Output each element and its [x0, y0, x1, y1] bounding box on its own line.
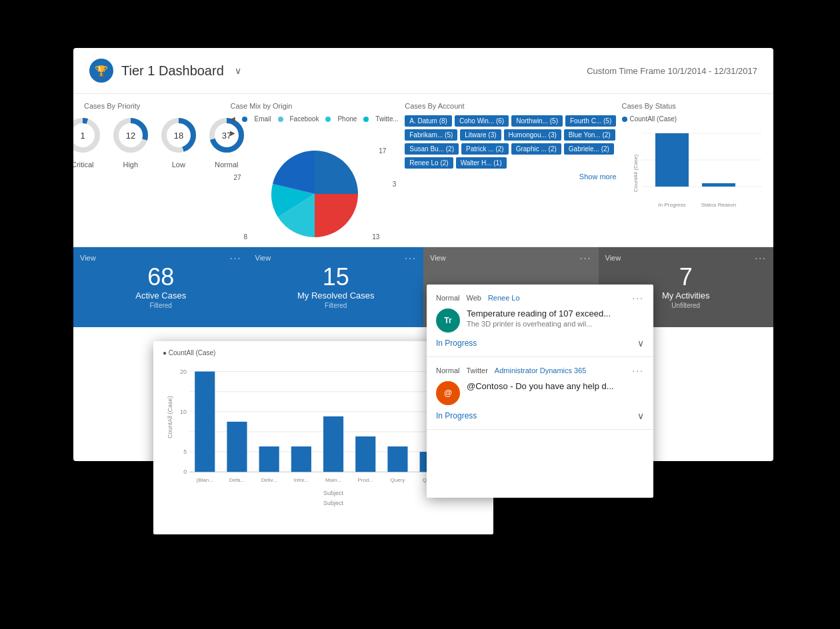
active-cases-subtitle: Filtered [150, 302, 172, 309]
queue-item-1-header: Normal Web Renee Lo ··· [436, 293, 644, 303]
svg-rect-35 [227, 422, 247, 472]
svg-text:5: 5 [183, 448, 187, 455]
legend-left-arrow-icon[interactable]: ◀ [230, 115, 235, 123]
pie-chart-svg [265, 144, 365, 244]
queue-view-label[interactable]: View [430, 254, 446, 262]
activities-view-label[interactable]: View [605, 254, 621, 262]
tag-4[interactable]: Fabrikam... (5) [405, 129, 457, 141]
queue-item-2-chevron-icon[interactable]: ∨ [637, 410, 644, 421]
queue-item-2-content: @ @Contoso - Do you have any help d... [436, 381, 644, 405]
donut-low-svg: 18 [159, 115, 199, 155]
tag-12[interactable]: Renee Lo (2) [405, 157, 453, 169]
tag-9[interactable]: Patrick ... (2) [461, 143, 509, 155]
svg-text:In Progress: In Progress [658, 202, 685, 208]
header-left: 🏆 Tier 1 Dashboard ∨ [89, 59, 241, 83]
logo-icon: 🏆 [89, 59, 113, 83]
account-chart-title: Cases By Account [405, 102, 616, 110]
tag-11[interactable]: Gabriele... (2) [564, 143, 614, 155]
donut-low: 18 Low [159, 115, 199, 169]
svg-rect-17 [655, 133, 689, 187]
status-legend-label: CountAll (Case) [630, 115, 677, 123]
tag-1[interactable]: Coho Win... (6) [455, 115, 509, 127]
pie-num-17: 17 [379, 147, 386, 155]
dropdown-arrow-icon[interactable]: ∨ [235, 65, 241, 76]
legend-right-arrow-icon[interactable]: ▶ [230, 129, 235, 137]
svg-text:Subject: Subject [323, 500, 344, 506]
queue-item-1-more[interactable]: ··· [632, 293, 644, 303]
donut-low-label: Low [172, 161, 185, 169]
tag-5[interactable]: Litware (3) [460, 129, 501, 141]
tag-3[interactable]: Fourth C... (5) [565, 115, 616, 127]
queue-card-header: View ··· [430, 253, 592, 263]
svg-rect-41 [323, 416, 343, 472]
status-legend-dot [622, 117, 627, 122]
show-more-link[interactable]: Show more [405, 173, 616, 181]
timeframe-label: Custom Time Frame 10/1/2014 - 12/31/2017 [587, 66, 757, 76]
queue-item-2-status-row: In Progress ∨ [436, 410, 644, 421]
resolved-cases-title: My Resolved Cases [297, 291, 375, 301]
svg-rect-43 [355, 436, 375, 472]
svg-text:12: 12 [126, 131, 135, 141]
pie-num-3: 3 [393, 181, 397, 188]
svg-rect-45 [387, 446, 407, 472]
queue-dots[interactable]: ··· [580, 253, 592, 263]
legend-facebook-label: Facebook [290, 115, 319, 123]
activities-title: My Activities [662, 291, 710, 301]
queue-item-1-channel: Web [466, 294, 481, 302]
resolved-cases-number: 15 [323, 265, 349, 289]
priority-chart-title: Cases By Priority [84, 102, 225, 110]
svg-text:Defa...: Defa... [229, 477, 245, 483]
queue-item-2-more[interactable]: ··· [632, 365, 644, 376]
activities-number: 7 [679, 265, 693, 289]
tag-0[interactable]: A. Datum (8) [405, 115, 452, 127]
svg-text:CountAll (Case): CountAll (Case) [167, 396, 173, 438]
queue-item-1-chevron-icon[interactable]: ∨ [637, 338, 644, 348]
metric-cards-row: View ··· 68 Active Cases Filtered View ·… [73, 247, 773, 327]
priority-chart-section: Cases By Priority 1 Critical [84, 102, 225, 239]
active-cases-title: Active Cases [135, 291, 186, 301]
tag-6[interactable]: Humongou... (3) [504, 129, 561, 141]
svg-text:Main...: Main... [325, 477, 341, 483]
status-bar-chart-wrapper: CountAll (Case) 50 0 In Progress [622, 127, 763, 220]
donut-critical-label: Critical [73, 161, 94, 169]
resolved-cases-subtitle: Filtered [325, 302, 347, 309]
queue-item-2-priority: Normal [436, 366, 459, 374]
queue-item-1-owner[interactable]: Renee Lo [488, 294, 520, 302]
active-cases-view-label[interactable]: View [80, 254, 96, 262]
queue-item-2-status[interactable]: In Progress [436, 411, 477, 420]
svg-text:18: 18 [174, 131, 183, 141]
queue-item-2-text: @Contoso - Do you have any help d... [467, 381, 644, 391]
legend-twitter-dot [363, 117, 369, 122]
queue-item-2-subject[interactable]: @Contoso - Do you have any help d... [467, 381, 644, 391]
svg-text:0: 0 [183, 468, 187, 475]
pie-legend: ◀ Email Facebook Phone Twitte... ▶ [230, 115, 399, 137]
resolved-cases-view-label[interactable]: View [255, 254, 271, 262]
resolved-cases-dots[interactable]: ··· [405, 253, 417, 263]
active-cases-dots[interactable]: ··· [230, 253, 242, 263]
active-cases-card: View ··· 68 Active Cases Filtered [73, 247, 249, 327]
account-chart-section: Cases By Account A. Datum (8) Coho Win..… [405, 102, 616, 239]
queue-item-2: Normal Twitter Administrator Dynamics 36… [427, 357, 653, 430]
queue-item-1-status-row: In Progress ∨ [436, 338, 644, 348]
tag-13[interactable]: Walter H... (1) [456, 157, 507, 169]
tag-2[interactable]: Northwin... (5) [511, 115, 563, 127]
activities-dots[interactable]: ··· [755, 253, 767, 263]
tag-7[interactable]: Blue Yon... (2) [564, 129, 615, 141]
status-chart-section: Cases By Status CountAll (Case) CountAll… [622, 102, 763, 239]
queue-item-2-avatar: @ [436, 381, 460, 405]
svg-text:1: 1 [80, 131, 85, 141]
queue-item-1-avatar: Tr [436, 309, 460, 332]
svg-rect-37 [259, 446, 279, 472]
svg-rect-39 [291, 446, 311, 472]
resolved-cases-card: View ··· 15 My Resolved Cases Filtered [249, 247, 424, 327]
tag-10[interactable]: Graphic ... (2) [511, 143, 561, 155]
activities-subtitle: Unfiltered [671, 302, 700, 309]
activities-card-header: View ··· [605, 253, 767, 263]
queue-item-1-status[interactable]: In Progress [436, 338, 477, 348]
svg-text:Query: Query [391, 477, 405, 483]
tag-8[interactable]: Susan Bu... (2) [405, 143, 459, 155]
queue-item-1-subject[interactable]: Temperature reading of 107 exceed... [467, 309, 644, 318]
queue-item-1-body: The 3D printer is overheating and wil... [467, 320, 644, 328]
donut-row: 1 Critical 12 High [84, 115, 225, 169]
queue-item-2-owner[interactable]: Administrator Dynamics 365 [495, 366, 587, 374]
